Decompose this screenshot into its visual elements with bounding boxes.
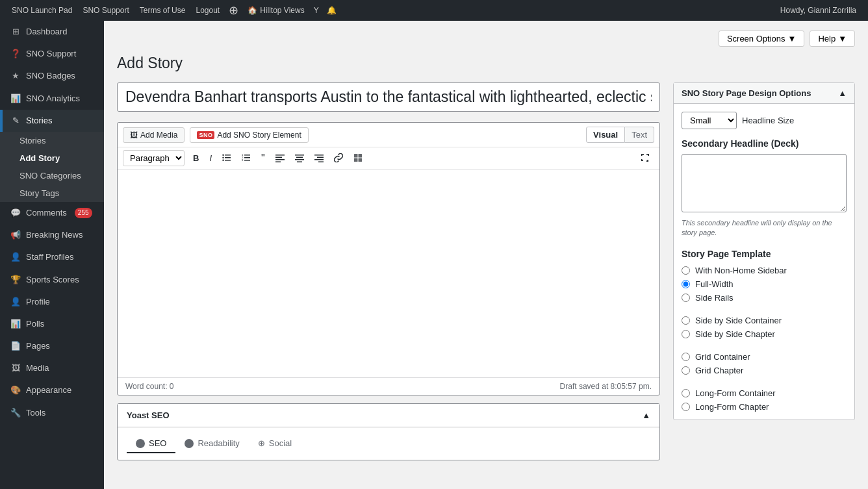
sidebar-sub-add-story[interactable]: Add Story [0,149,104,167]
yoast-tab-readability[interactable]: Readability [175,434,248,453]
pages-icon: 📄 [10,341,21,351]
blockquote-button[interactable]: " [257,151,270,166]
sidebar-label-profile: Profile [26,296,50,308]
stories-icon: ✎ [10,116,21,126]
sidebar-item-polls[interactable]: 📊 Polls [0,313,104,335]
radio-side-by-side-container[interactable] [682,316,690,325]
sidebar-item-dashboard[interactable]: ⊞ Dashboard [0,21,104,43]
breaking-news-icon: 📢 [10,230,21,240]
template-option-long-form-chapter[interactable]: Long-Form Chapter [682,402,847,412]
template-option-side-rails[interactable]: Side Rails [682,293,847,303]
template-option-full-width[interactable]: Full-Width [682,279,847,289]
sidebar-item-stories[interactable]: ✎ Stories [0,110,104,132]
sidebar-item-appearance[interactable]: 🎨 Appearance [0,379,104,401]
radio-non-home-sidebar[interactable] [682,266,690,275]
bullet-list-button[interactable] [218,151,236,166]
sidebar-item-tools[interactable]: 🔧 Tools [0,402,104,424]
align-left-button[interactable] [271,151,289,166]
template-option-non-home-sidebar[interactable]: With Non-Home Sidebar [682,266,847,275]
yoast-header[interactable]: Yoast SEO ▲ [118,404,659,427]
admin-bar-site[interactable]: 🏠 Hilltop Views [242,0,309,21]
editor-footer: Word count: 0 Draft saved at 8:05:57 pm. [118,377,659,395]
sports-scores-icon: 🏆 [10,275,21,285]
screen-options-button[interactable]: Screen Options ▼ [719,31,804,47]
sidebar-sub-stories-list[interactable]: Stories [0,132,104,149]
tab-visual[interactable]: Visual [586,127,625,143]
headline-size-select[interactable]: Small Medium Large X-Large [682,112,737,129]
table-icon [353,153,363,162]
table-button[interactable] [349,151,367,166]
template-option-side-by-side-chapter[interactable]: Side by Side Chapter [682,329,847,339]
template-option-grid-chapter[interactable]: Grid Chapter [682,366,847,375]
add-media-icon: 🖼 [130,131,138,140]
deck-textarea[interactable] [682,154,847,212]
sidebar-label-appearance: Appearance [26,384,71,396]
svg-rect-27 [358,158,362,162]
sidebar-label-stories: Stories [26,115,52,127]
template-option-side-by-side-container[interactable]: Side by Side Container [682,316,847,325]
admin-bar-sno-launch[interactable]: SNO Launch Pad [6,0,77,21]
svg-rect-18 [295,159,304,160]
svg-rect-21 [317,157,324,158]
right-panel-collapse-icon: ▲ [838,88,847,98]
radio-side-rails[interactable] [682,294,690,302]
paragraph-style-select[interactable]: Paragraph [123,150,185,166]
sidebar-item-sno-badges[interactable]: ★ SNO Badges [0,65,104,87]
yoast-tab-seo[interactable]: SEO [127,434,175,453]
radio-side-by-side-chapter[interactable] [682,330,690,338]
template-option-grid-container[interactable]: Grid Container [682,352,847,362]
svg-rect-8 [244,160,250,161]
expand-button[interactable] [636,151,654,166]
align-left-icon [275,153,285,162]
label-long-form-chapter: Long-Form Chapter [695,402,769,412]
sidebar-item-sports-scores[interactable]: 🏆 Sports Scores [0,269,104,291]
sidebar-item-breaking-news[interactable]: 📢 Breaking News [0,224,104,246]
bold-button[interactable]: B [188,151,203,165]
italic-button[interactable]: I [205,151,216,165]
sidebar-sub-story-tags[interactable]: Story Tags [0,184,104,202]
radio-grid-container[interactable] [682,353,690,361]
add-sno-button[interactable]: SNO Add SNO Story Element [190,127,308,143]
radio-long-form-container[interactable] [682,389,690,397]
tab-text[interactable]: Text [625,127,654,143]
svg-rect-1 [225,157,231,158]
add-media-button[interactable]: 🖼 Add Media [123,127,185,143]
help-button[interactable]: Help ▼ [810,31,855,47]
admin-bar: SNO Launch Pad SNO Support Terms of Use … [0,0,868,21]
align-center-button[interactable] [290,151,309,166]
secondary-headline-section: Secondary Headline (Deck) This secondary… [682,138,847,238]
editor-column: 🖼 Add Media SNO Add SNO Story Element Vi… [117,82,660,460]
yoast-tab-social[interactable]: ⊕ Social [249,434,301,453]
sidebar-item-sno-analytics[interactable]: 📊 SNO Analytics [0,88,104,110]
numbered-list-button[interactable]: 123 [237,151,255,166]
sidebar-item-staff-profiles[interactable]: 👤 Staff Profiles [0,246,104,268]
admin-bar-sno-support[interactable]: SNO Support [77,0,134,21]
add-media-label: Add Media [140,131,177,140]
sidebar-sub-sno-categories[interactable]: SNO Categories [0,167,104,184]
align-right-button[interactable] [310,151,328,166]
sidebar-item-sno-support[interactable]: ❓ SNO Support [0,43,104,65]
radio-full-width[interactable] [682,280,690,288]
sidebar-item-media[interactable]: 🖼 Media [0,357,104,379]
radio-long-form-chapter[interactable] [682,403,690,411]
sidebar-item-pages[interactable]: 📄 Pages [0,335,104,357]
admin-bar-logout[interactable]: Logout [190,0,225,21]
sidebar-label-dashboard: Dashboard [26,26,68,38]
story-title-input[interactable] [117,82,660,112]
editor-body[interactable] [118,169,659,377]
admin-bar-terms[interactable]: Terms of Use [134,0,191,21]
right-panel-body: Small Medium Large X-Large Headline Size… [674,104,854,420]
editor-wrapper: 🖼 Add Media SNO Add SNO Story Element Vi… [117,122,660,395]
help-chevron: ▼ [838,34,847,44]
link-button[interactable] [329,151,348,166]
sidebar-item-comments[interactable]: 💬 Comments 255 [0,202,104,224]
sidebar-label-breaking-news: Breaking News [26,229,83,241]
label-full-width: Full-Width [695,279,734,289]
expand-icon [641,153,650,162]
sidebar-item-profile[interactable]: 👤 Profile [0,291,104,313]
template-option-long-form-container[interactable]: Long-Form Container [682,388,847,398]
svg-rect-19 [297,161,302,162]
wp-logo-icon: ⊕ [225,3,242,18]
comments-badge: 255 [75,208,92,218]
radio-grid-chapter[interactable] [682,366,690,375]
